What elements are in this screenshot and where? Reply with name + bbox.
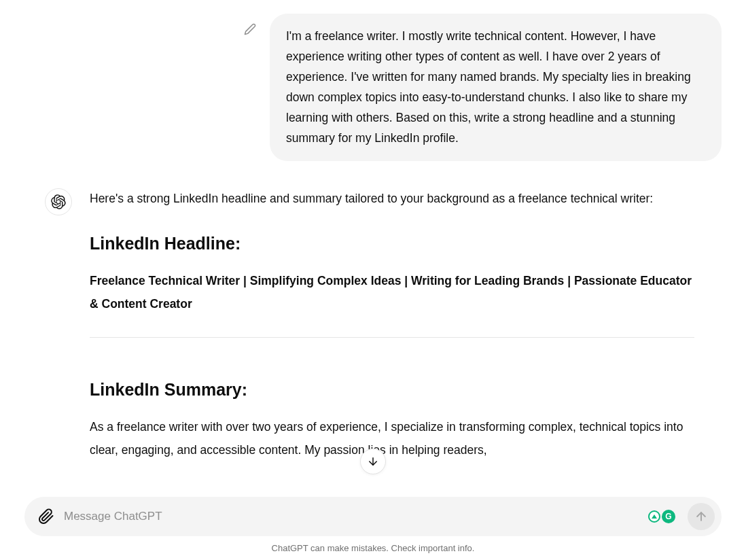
attach-file-button[interactable] <box>37 507 56 526</box>
paperclip-icon <box>38 508 54 525</box>
message-input-bar: G <box>24 497 722 536</box>
divider <box>90 337 694 338</box>
user-message-bubble: I'm a freelance writer. I mostly write t… <box>270 14 722 161</box>
summary-text: As a freelance writer with over two year… <box>90 416 694 461</box>
disclaimer-text: ChatGPT can make mistakes. Check importa… <box>24 536 722 557</box>
input-zone: G ChatGPT can make mistakes. Check impor… <box>0 497 746 560</box>
headline-heading: LinkedIn Headline: <box>90 228 694 259</box>
send-button[interactable] <box>688 503 715 530</box>
scroll-to-bottom-button[interactable] <box>360 449 386 474</box>
arrow-up-icon <box>694 510 708 523</box>
grammarly-g-icon: G <box>662 510 675 523</box>
assistant-message-row: Here's a strong LinkedIn headline and su… <box>45 188 722 462</box>
assistant-avatar <box>45 188 72 215</box>
grammarly-widget[interactable]: G <box>648 510 675 523</box>
chat-scroll-area[interactable]: I'm a freelance writer. I mostly write t… <box>0 0 746 492</box>
user-message-text: I'm a freelance writer. I mostly write t… <box>286 29 691 145</box>
user-message-row: I'm a freelance writer. I mostly write t… <box>24 14 722 161</box>
arrow-down-icon <box>367 455 379 468</box>
grammarly-up-icon <box>648 510 660 523</box>
pencil-icon <box>244 23 256 35</box>
headline-text: Freelance Technical Writer | Simplifying… <box>90 269 694 315</box>
summary-heading: LinkedIn Summary: <box>90 374 694 405</box>
message-input[interactable] <box>64 510 640 523</box>
assistant-message-content: Here's a strong LinkedIn headline and su… <box>90 188 694 462</box>
assistant-intro-text: Here's a strong LinkedIn headline and su… <box>90 188 694 209</box>
openai-logo-icon <box>51 194 66 209</box>
edit-message-button[interactable] <box>238 18 262 41</box>
